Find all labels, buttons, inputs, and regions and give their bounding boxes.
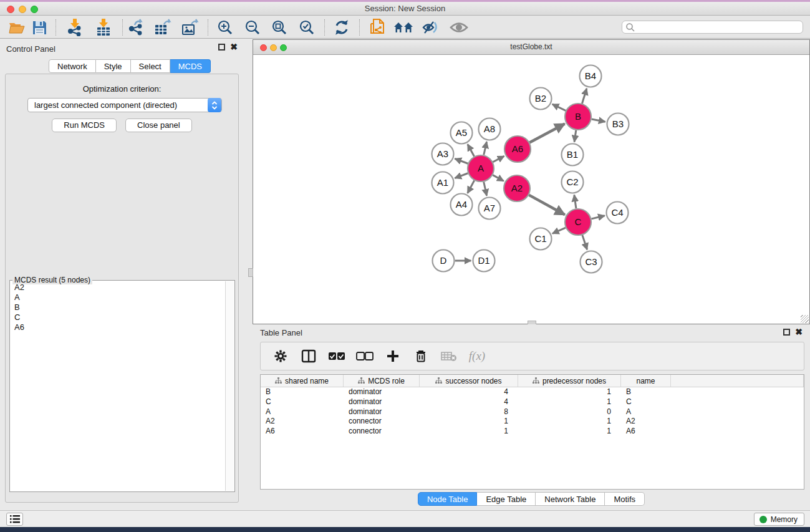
table-cell[interactable]: 0 xyxy=(518,407,621,417)
table-cell[interactable]: A2 xyxy=(621,417,671,427)
mcds-result-item[interactable]: A6 xyxy=(11,322,225,332)
graph-node-D1[interactable]: D1 xyxy=(473,250,495,272)
graph-edge-B-B1[interactable] xyxy=(574,130,576,142)
graph-node-C3[interactable]: C3 xyxy=(581,251,602,273)
eye-icon[interactable] xyxy=(448,19,470,36)
tab-style[interactable]: Style xyxy=(96,59,131,73)
column-header-shared-name[interactable]: shared name xyxy=(261,375,344,387)
deselect-all-icon[interactable] xyxy=(356,352,374,360)
graph-node-A8[interactable]: A8 xyxy=(479,118,501,140)
graph-node-C1[interactable]: C1 xyxy=(530,228,552,250)
graph-node-C2[interactable]: C2 xyxy=(562,172,584,193)
add-column-icon[interactable] xyxy=(384,350,402,362)
run-mcds-button[interactable]: Run MCDS xyxy=(52,118,117,132)
close-panel-button[interactable]: Close panel xyxy=(125,118,192,132)
table-row[interactable]: A6connector11A6 xyxy=(261,427,804,437)
tab-network[interactable]: Network xyxy=(49,59,96,73)
tab-network-table[interactable]: Network Table xyxy=(536,492,605,506)
zoom-in-icon[interactable] xyxy=(215,19,236,36)
graph-node-B4[interactable]: B4 xyxy=(580,65,602,87)
open-folder-icon[interactable] xyxy=(6,19,27,36)
graph-edge-A6-B[interactable] xyxy=(529,123,564,142)
home-pair-icon[interactable] xyxy=(393,19,414,36)
tab-node-table[interactable]: Node Table xyxy=(418,492,478,506)
graph-node-A5[interactable]: A5 xyxy=(451,122,473,144)
graph-node-A3[interactable]: A3 xyxy=(432,143,454,165)
graph-edge-B-B3[interactable] xyxy=(592,119,605,122)
table-cell[interactable]: 1 xyxy=(518,427,621,437)
table-cell[interactable]: A xyxy=(261,407,344,417)
close-panel-icon[interactable]: ✖ xyxy=(230,44,238,51)
table-cell[interactable]: 4 xyxy=(420,387,518,397)
import-network-icon[interactable] xyxy=(64,19,85,36)
table-cell[interactable]: 1 xyxy=(518,397,621,407)
zoom-out-icon[interactable] xyxy=(242,19,263,36)
graph-edge-A-A6[interactable] xyxy=(493,156,504,162)
graph-node-C[interactable]: C xyxy=(565,209,591,235)
table-cell[interactable]: dominator xyxy=(344,397,420,407)
optimization-criterion-select[interactable]: largest connected component (directed) xyxy=(27,98,222,112)
table-row[interactable]: Adominator80A xyxy=(261,407,804,417)
table-cell[interactable]: 1 xyxy=(420,427,518,437)
network-window-titlebar[interactable]: testGlobe.txt xyxy=(253,40,809,55)
graph-edge-C-C4[interactable] xyxy=(591,216,604,219)
show-hide-graphics-icon[interactable] xyxy=(420,19,441,36)
column-header-mcds-role[interactable]: MCDS role xyxy=(344,375,420,387)
graph-node-A4[interactable]: A4 xyxy=(451,194,473,216)
float-panel-icon[interactable] xyxy=(218,44,225,51)
graph-node-D[interactable]: D xyxy=(433,250,455,272)
graph-node-A2[interactable]: A2 xyxy=(504,175,530,201)
mcds-result-item[interactable]: B xyxy=(11,302,225,312)
graph-edge-C-C1[interactable] xyxy=(552,228,566,233)
mcds-result-item[interactable]: A xyxy=(11,293,225,302)
refresh-icon[interactable] xyxy=(331,19,352,36)
table-cell[interactable]: 1 xyxy=(420,417,518,427)
close-panel-icon[interactable]: ✖ xyxy=(795,329,803,336)
table-cell[interactable]: A6 xyxy=(621,427,671,437)
graph-edge-A-A8[interactable] xyxy=(484,142,487,155)
export-table-icon[interactable] xyxy=(152,19,173,36)
table-cell[interactable]: A xyxy=(621,407,671,417)
table-cell[interactable]: 1 xyxy=(518,387,621,397)
network-canvas[interactable]: B4B2BB3A5A8A6A3B1AA1C2A2A4A7CC4C1C3DD1 xyxy=(253,56,809,324)
table-header-row[interactable]: shared nameMCDS rolesuccessor nodesprede… xyxy=(261,375,804,387)
graph-edge-A-A4[interactable] xyxy=(468,180,475,193)
table-cell[interactable]: B xyxy=(621,387,671,397)
import-table-icon[interactable] xyxy=(93,19,114,36)
graph-edge-A2-C[interactable] xyxy=(529,195,565,215)
table-row[interactable]: A2connector11A2 xyxy=(261,417,804,427)
export-image-icon[interactable] xyxy=(180,19,201,36)
search-input[interactable] xyxy=(635,22,803,32)
graph-node-C4[interactable]: C4 xyxy=(607,202,629,224)
select-all-icon[interactable] xyxy=(328,352,345,360)
table-cell[interactable]: 1 xyxy=(518,417,621,427)
graph-node-A1[interactable]: A1 xyxy=(432,172,454,194)
table-row[interactable]: Bdominator41B xyxy=(261,387,804,397)
window-resize-grip[interactable] xyxy=(801,315,809,323)
graph-edge-A-A1[interactable] xyxy=(455,173,468,178)
table-row[interactable]: Cdominator41C xyxy=(261,397,804,407)
column-header-predecessor-nodes[interactable]: predecessor nodes xyxy=(518,375,621,387)
table-cell[interactable]: dominator xyxy=(344,407,420,417)
graph-node-B[interactable]: B xyxy=(565,104,591,130)
table-cell[interactable]: A2 xyxy=(261,417,344,427)
zoom-fit-icon[interactable] xyxy=(269,19,290,36)
float-panel-icon[interactable] xyxy=(783,329,790,336)
tab-select[interactable]: Select xyxy=(131,59,170,73)
mcds-result-scrollbar[interactable] xyxy=(225,281,234,491)
graph-edge-C-C2[interactable] xyxy=(574,195,576,208)
graph-node-A6[interactable]: A6 xyxy=(504,136,531,162)
graph-node-A7[interactable]: A7 xyxy=(479,198,501,220)
network-document-icon[interactable] xyxy=(367,19,388,36)
task-history-button[interactable] xyxy=(6,513,23,526)
columns-icon[interactable] xyxy=(300,349,317,363)
graph-edge-A-A2[interactable] xyxy=(493,175,504,181)
table-cell[interactable]: C xyxy=(261,397,344,407)
column-header-successor-nodes[interactable]: successor nodes xyxy=(420,375,518,387)
splitter-handle-left[interactable] xyxy=(248,268,253,277)
delete-icon[interactable] xyxy=(412,349,430,363)
graph-edge-C-C3[interactable] xyxy=(582,235,587,249)
table-cell[interactable]: connector xyxy=(344,417,420,427)
tab-edge-table[interactable]: Edge Table xyxy=(477,492,536,506)
graph-edge-A-A3[interactable] xyxy=(455,158,468,163)
